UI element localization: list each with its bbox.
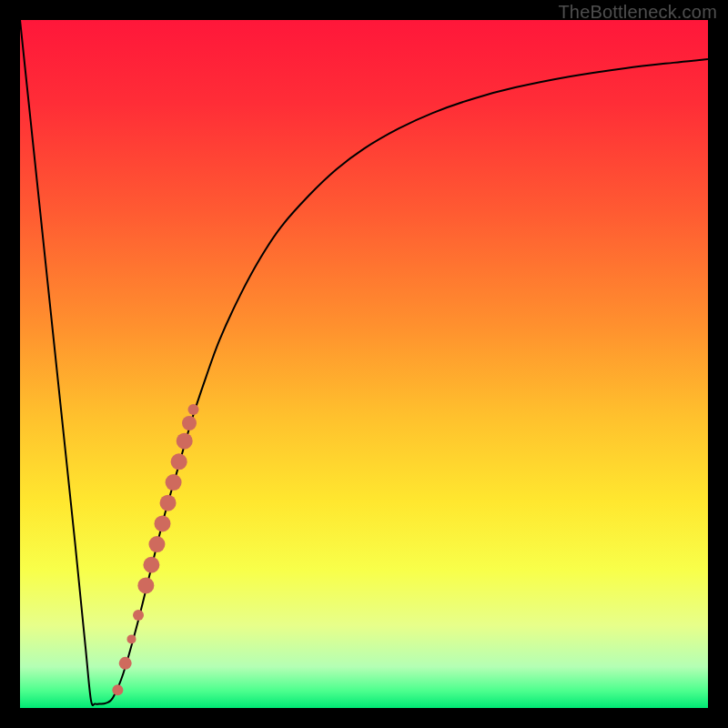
data-marker xyxy=(137,577,154,593)
data-marker xyxy=(160,495,177,511)
data-marker xyxy=(177,433,193,450)
data-marker xyxy=(133,610,144,621)
data-marker xyxy=(166,474,182,490)
data-marker xyxy=(171,453,187,470)
data-marker xyxy=(112,684,123,695)
data-marker xyxy=(148,536,165,552)
data-marker xyxy=(119,657,132,670)
plot-area xyxy=(20,20,708,708)
data-marker xyxy=(188,404,199,415)
chart-svg xyxy=(20,20,708,708)
data-marker xyxy=(143,557,159,573)
data-marker xyxy=(154,515,170,531)
gradient-background xyxy=(20,20,708,708)
data-marker xyxy=(182,416,197,430)
chart-frame: TheBottleneck.com xyxy=(0,0,728,728)
data-marker xyxy=(126,634,136,643)
